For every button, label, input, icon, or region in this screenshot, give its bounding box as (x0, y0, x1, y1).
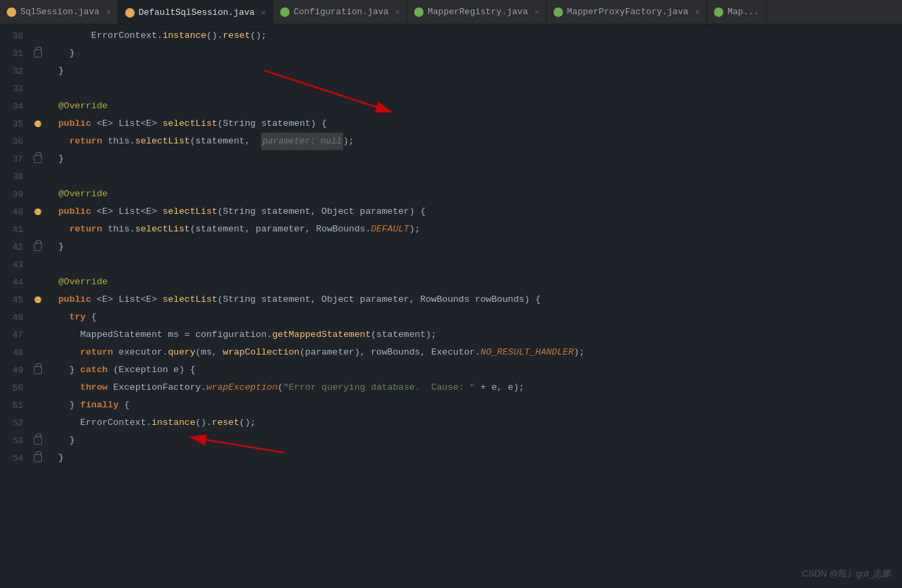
orange-icon-45 (35, 296, 41, 303)
code-content-45: public <E> List<E> selectList(String sta… (45, 291, 902, 309)
code-line-37: 37 } (0, 150, 902, 168)
gutter-49 (31, 366, 45, 374)
line-num-38: 38 (0, 172, 31, 182)
code-line-45: 45 public <E> List<E> selectList(String … (0, 291, 902, 309)
line-num-46: 46 (0, 313, 31, 323)
tab-bar: SqlSession.java ✕ DefaultSqlSession.java… (0, 0, 902, 24)
code-content-37: } (45, 150, 902, 168)
line-num-37: 37 (0, 154, 31, 164)
tab-mapperregistry[interactable]: MapperRegistry.java ✕ (407, 0, 547, 24)
gutter-53 (31, 436, 45, 445)
gutter-42 (31, 243, 45, 251)
code-line-53: 53 } (0, 432, 902, 449)
lock-icon-53 (34, 436, 42, 445)
code-content-40: public <E> List<E> selectList(String sta… (45, 203, 902, 221)
code-line-46: 46 try { (0, 309, 902, 326)
code-line-38: 38 (0, 168, 902, 185)
lock-icon-54 (34, 454, 42, 462)
tab-close-mapperproxyfactory[interactable]: ✕ (695, 7, 700, 16)
code-line-40: 40 public <E> List<E> selectList(String … (0, 203, 902, 221)
code-line-31: 31 } (0, 45, 902, 62)
code-content-50: throw ExceptionFactory.wrapException("Er… (45, 379, 902, 397)
code-content-47: MappedStatement ms = configuration.getMa… (45, 326, 902, 344)
line-num-49: 49 (0, 365, 31, 376)
tab-icon-mapperproxyfactory (554, 7, 563, 17)
line-num-51: 51 (0, 401, 31, 411)
code-line-39: 39 @Override (0, 185, 902, 203)
code-content-39: @Override (45, 185, 902, 203)
code-content-51: } finally { (45, 397, 902, 414)
line-num-40: 40 (0, 207, 31, 217)
tab-icon-defaultsqlsession (125, 8, 135, 18)
watermark: CSDN @殷丿grd_志鹏 (802, 568, 891, 580)
code-line-49: 49 } catch (Exception e) { (0, 361, 902, 379)
tab-mapperproxyfactory[interactable]: MapperProxyFactory.java ✕ (547, 0, 707, 24)
tab-defaultsqlsession[interactable]: DefaultSqlSession.java ✕ (118, 0, 273, 24)
tab-icon-mapperregistry (414, 7, 424, 17)
tab-label-configuration: Configuration.java (294, 7, 388, 17)
tab-label-mapperregistry: MapperRegistry.java (428, 7, 528, 17)
line-num-50: 50 (0, 383, 31, 393)
code-line-34: 34 @Override (0, 97, 902, 115)
code-line-50: 50 throw ExceptionFactory.wrapException(… (0, 379, 902, 397)
code-content-46: try { (45, 309, 902, 326)
gutter-37 (31, 155, 45, 163)
line-num-35: 35 (0, 119, 31, 129)
tab-close-configuration[interactable]: ✕ (395, 7, 400, 16)
editor: 30 ErrorContext.instance().reset(); 31 }… (0, 24, 902, 588)
code-content-54: } (45, 449, 902, 467)
line-num-53: 53 (0, 436, 31, 446)
code-content-31: } (45, 45, 902, 62)
code-line-33: 33 (0, 80, 902, 97)
line-num-42: 42 (0, 242, 31, 252)
code-content-34: @Override (45, 97, 902, 115)
tab-label-defaultsqlsession: DefaultSqlSession.java (139, 7, 255, 18)
tab-icon-configuration (280, 7, 290, 17)
gutter-45 (31, 296, 45, 303)
line-num-39: 39 (0, 189, 31, 200)
line-num-30: 30 (0, 31, 31, 41)
gutter-31 (31, 49, 45, 58)
code-line-32: 32 } (0, 62, 902, 80)
tab-label-sqlsession: SqlSession.java (20, 7, 99, 17)
code-line-41: 41 return this.selectList(statement, par… (0, 221, 902, 238)
tab-close-defaultsqlsession[interactable]: ✕ (261, 8, 266, 17)
code-content-41: return this.selectList(statement, parame… (45, 221, 902, 238)
gutter-35 (31, 120, 45, 127)
code-content-30: ErrorContext.instance().reset(); (45, 27, 902, 45)
lock-icon-49 (34, 366, 42, 374)
code-line-43: 43 (0, 256, 902, 273)
line-num-48: 48 (0, 348, 31, 358)
tab-sqlsession[interactable]: SqlSession.java ✕ (0, 0, 118, 24)
lock-icon-37 (34, 155, 42, 163)
code-line-47: 47 MappedStatement ms = configuration.ge… (0, 326, 902, 344)
line-num-43: 43 (0, 260, 31, 270)
line-num-41: 41 (0, 225, 31, 235)
line-num-47: 47 (0, 330, 31, 340)
code-content-35: public <E> List<E> selectList(String sta… (45, 115, 902, 133)
code-line-30: 30 ErrorContext.instance().reset(); (0, 27, 902, 45)
line-num-44: 44 (0, 277, 31, 288)
code-content-52: ErrorContext.instance().reset(); (45, 414, 902, 432)
code-content-49: } catch (Exception e) { (45, 361, 902, 379)
code-content-32: } (45, 62, 902, 80)
code-line-54: 54 } (0, 449, 902, 467)
gutter-40 (31, 208, 45, 215)
lock-icon-42 (34, 243, 42, 251)
orange-icon-40 (35, 208, 41, 215)
code-content-42: } (45, 238, 902, 256)
code-line-44: 44 @Override (0, 273, 902, 291)
code-line-52: 52 ErrorContext.instance().reset(); (0, 414, 902, 432)
tab-configuration[interactable]: Configuration.java ✕ (273, 0, 407, 24)
tab-close-sqlsession[interactable]: ✕ (106, 7, 111, 16)
tab-map[interactable]: Map... (707, 0, 767, 24)
tab-label-mapperproxyfactory: MapperProxyFactory.java (567, 7, 688, 17)
tab-close-mapperregistry[interactable]: ✕ (535, 7, 539, 16)
code-line-36: 36 return this.selectList(statement, par… (0, 133, 902, 150)
code-content-36: return this.selectList(statement, parame… (45, 133, 902, 150)
line-num-36: 36 (0, 137, 31, 147)
line-num-31: 31 (0, 49, 31, 59)
orange-icon-35 (35, 120, 41, 127)
code-line-42: 42 } (0, 238, 902, 256)
line-num-34: 34 (0, 101, 31, 112)
